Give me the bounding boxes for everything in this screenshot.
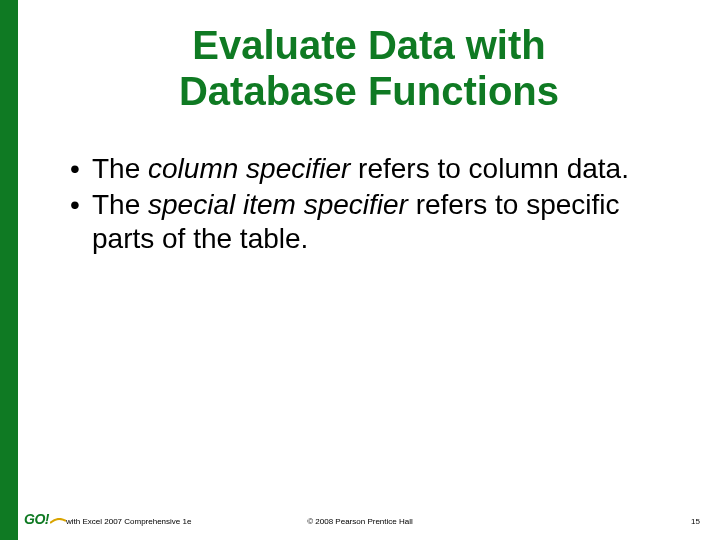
bullet-text-pre: The — [92, 189, 148, 220]
bullet-dot-icon: • — [66, 152, 92, 186]
bullet-text: The column specifier refers to column da… — [92, 152, 680, 186]
bullet-text-pre: The — [92, 153, 148, 184]
list-item: • The column specifier refers to column … — [66, 152, 680, 186]
footer-copyright: © 2008 Pearson Prentice Hall — [0, 517, 720, 526]
bullet-list: • The column specifier refers to column … — [58, 152, 680, 256]
left-accent-bar — [0, 0, 18, 540]
bullet-text-em: special item specifier — [148, 189, 408, 220]
bullet-dot-icon: • — [66, 188, 92, 256]
slide-content: Evaluate Data with Database Functions • … — [18, 0, 720, 540]
list-item: • The special item specifier refers to s… — [66, 188, 680, 256]
page-number: 15 — [691, 517, 700, 526]
title-line-2: Database Functions — [179, 69, 559, 113]
slide-title: Evaluate Data with Database Functions — [58, 22, 680, 114]
bullet-text-post: refers to column data. — [350, 153, 629, 184]
title-line-1: Evaluate Data with — [192, 23, 545, 67]
bullet-text-em: column specifier — [148, 153, 350, 184]
slide-footer: GO! with Excel 2007 Comprehensive 1e © 2… — [0, 508, 720, 528]
bullet-text: The special item specifier refers to spe… — [92, 188, 680, 256]
